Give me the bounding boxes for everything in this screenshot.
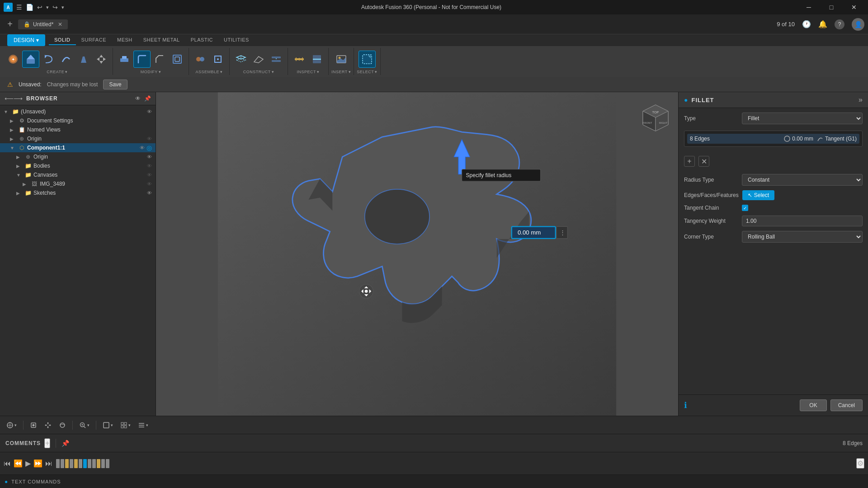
tree-item-origin-root[interactable]: ▶ ⊕ Origin 👁 xyxy=(0,134,156,143)
redo-arrow[interactable]: ▾ xyxy=(61,5,64,10)
insert-label[interactable]: INSERT ▾ xyxy=(331,70,351,74)
tl-marker[interactable] xyxy=(101,459,105,468)
grid-btn[interactable]: ▾ xyxy=(118,420,133,431)
modify-shell-btn[interactable] xyxy=(169,51,186,68)
tl-marker-feature[interactable] xyxy=(74,459,78,468)
new-tab-btn[interactable]: + xyxy=(4,18,16,31)
modify-label[interactable]: MODIFY ▾ xyxy=(141,70,161,74)
tree-item-origin-child[interactable]: ▶ ⊕ Origin 👁 xyxy=(0,152,156,161)
tl-marker[interactable] xyxy=(61,459,64,468)
timeline-markers[interactable] xyxy=(56,459,853,468)
tl-play-btn[interactable]: ▶ xyxy=(25,459,31,468)
maximize-btn[interactable]: □ xyxy=(821,0,842,14)
tl-marker-feature[interactable] xyxy=(65,459,69,468)
tab-close-btn[interactable]: ✕ xyxy=(58,21,62,28)
browser-eye-btn[interactable]: 👁 xyxy=(135,95,141,102)
active-tab[interactable]: 🔒 Untitled* ✕ xyxy=(18,19,68,29)
add-set-btn[interactable]: + xyxy=(684,156,695,167)
tab-solid[interactable]: SOLID xyxy=(49,35,76,45)
view-settings-btn[interactable]: ▾ xyxy=(135,420,151,431)
zoom-btn[interactable]: ▾ xyxy=(76,420,92,431)
create-move-btn[interactable] xyxy=(93,51,110,68)
construct-midplane-btn[interactable] xyxy=(268,51,285,68)
tl-next-btn[interactable]: ⏩ xyxy=(33,459,42,468)
modify-chamfer-btn[interactable] xyxy=(151,51,168,68)
inspect-label[interactable]: INSPECT ▾ xyxy=(297,70,319,74)
modify-fillet-btn[interactable] xyxy=(133,51,151,68)
modify-press-pull-btn[interactable] xyxy=(116,51,133,68)
inspect-measure-btn[interactable] xyxy=(291,51,308,68)
assemble-label[interactable]: ASSEMBLE ▾ xyxy=(195,70,222,74)
tab-utilities[interactable]: UTILITIES xyxy=(218,35,255,45)
tree-item-canvases[interactable]: ▼ 📁 Canvases 👁 xyxy=(0,170,156,179)
tree-item-sketches[interactable]: ▶ 📁 Sketches 👁 xyxy=(0,188,156,197)
undo-arrow[interactable]: ▾ xyxy=(46,5,49,10)
orbit-btn[interactable] xyxy=(56,420,69,431)
redo-btn[interactable]: ↪ xyxy=(52,4,58,11)
tl-prev-btn[interactable]: ⏪ xyxy=(14,459,23,468)
cancel-btn[interactable]: Cancel xyxy=(830,399,863,411)
radius-type-select[interactable]: Constant xyxy=(742,174,863,186)
ok-btn[interactable]: OK xyxy=(800,399,826,411)
tab-plastic[interactable]: PLASTIC xyxy=(185,35,218,45)
tree-item-doc-settings[interactable]: ▶ ⚙ Document Settings xyxy=(0,116,156,125)
tl-marker[interactable] xyxy=(92,459,96,468)
create-loft-btn[interactable] xyxy=(75,51,92,68)
app-hamburger[interactable]: ☰ xyxy=(16,4,22,11)
select-tool-btn[interactable] xyxy=(359,51,376,68)
bell-icon[interactable]: 🔔 xyxy=(818,20,827,28)
eye-icon[interactable]: 👁 xyxy=(147,190,152,196)
tl-marker[interactable] xyxy=(106,459,109,468)
snap-btn[interactable]: ▾ xyxy=(4,420,19,431)
tl-marker[interactable] xyxy=(88,459,91,468)
minimize-btn[interactable]: ─ xyxy=(798,0,819,14)
help-icon[interactable]: ? xyxy=(835,19,844,29)
tab-surface[interactable]: SURFACE xyxy=(76,35,112,45)
undo-btn[interactable]: ↩ xyxy=(37,4,42,11)
insert-image-btn[interactable] xyxy=(333,51,350,68)
tree-item-component1[interactable]: ▼ ⬡ Component1:1 👁 ◎ xyxy=(0,143,156,152)
create-label[interactable]: CREATE ▾ xyxy=(47,70,67,74)
eye-icon[interactable]: 👁 xyxy=(140,145,145,150)
eye-icon[interactable]: 👁 xyxy=(147,172,152,178)
info-btn[interactable]: ℹ xyxy=(684,400,687,410)
construct-offset-plane-btn[interactable] xyxy=(232,51,250,68)
select-label[interactable]: SELECT ▾ xyxy=(357,70,377,74)
remove-set-btn[interactable]: ✕ xyxy=(698,156,709,167)
tl-end-btn[interactable]: ⏭ xyxy=(45,460,52,468)
tl-marker-feature[interactable] xyxy=(97,459,100,468)
create-revolve-btn[interactable] xyxy=(40,51,57,68)
eye-icon[interactable]: 👁 xyxy=(147,136,152,141)
user-avatar[interactable]: 👤 xyxy=(852,18,864,31)
clock-icon[interactable]: 🕐 xyxy=(802,20,811,28)
create-extrude-btn[interactable] xyxy=(22,51,39,68)
tree-item-named-views[interactable]: ▶ 📋 Named Views xyxy=(0,125,156,134)
file-icon[interactable]: 📄 xyxy=(26,4,33,11)
construct-label[interactable]: CONSTRUCT ▾ xyxy=(243,70,274,74)
create-sweep-btn[interactable] xyxy=(57,51,75,68)
save-btn[interactable]: Save xyxy=(103,80,127,89)
display-mode-btn[interactable]: ▾ xyxy=(100,420,116,431)
tab-mesh[interactable]: MESH xyxy=(112,35,138,45)
timeline-settings-btn[interactable]: ⚙ xyxy=(856,458,864,469)
fillet-panel-expand[interactable]: » xyxy=(859,96,863,104)
eye-icon[interactable]: 👁 xyxy=(147,163,152,169)
viewport[interactable]: Specify fillet radius 0.00 mm ⋮ xyxy=(156,92,678,416)
browser-pin-btn[interactable]: 📌 xyxy=(144,95,151,102)
tab-sheet-metal[interactable]: SHEET METAL xyxy=(138,35,185,45)
tl-marker[interactable] xyxy=(56,459,60,468)
pan-btn[interactable] xyxy=(42,420,54,431)
create-new-component-btn[interactable]: ✦ xyxy=(5,51,22,68)
add-comment-btn[interactable]: + xyxy=(44,438,50,448)
assemble-new-joint-btn[interactable] xyxy=(192,51,209,68)
tl-marker-active[interactable] xyxy=(83,459,87,468)
tree-item-img3489[interactable]: ▶ 🖼 IMG_3489 👁 xyxy=(0,179,156,188)
design-btn[interactable]: DESIGN ▾ xyxy=(7,34,45,46)
tree-item-bodies[interactable]: ▶ 📁 Bodies 👁 xyxy=(0,161,156,170)
tangent-chain-checkbox[interactable]: ✓ xyxy=(742,205,748,211)
edges-faces-select-btn[interactable]: ↖ Select xyxy=(742,190,774,200)
comments-expand-btn[interactable]: 📌 xyxy=(61,440,69,447)
eye-icon[interactable]: 👁 xyxy=(147,154,152,160)
close-btn[interactable]: ✕ xyxy=(844,0,864,14)
eye-icon[interactable]: 👁 xyxy=(147,181,152,187)
